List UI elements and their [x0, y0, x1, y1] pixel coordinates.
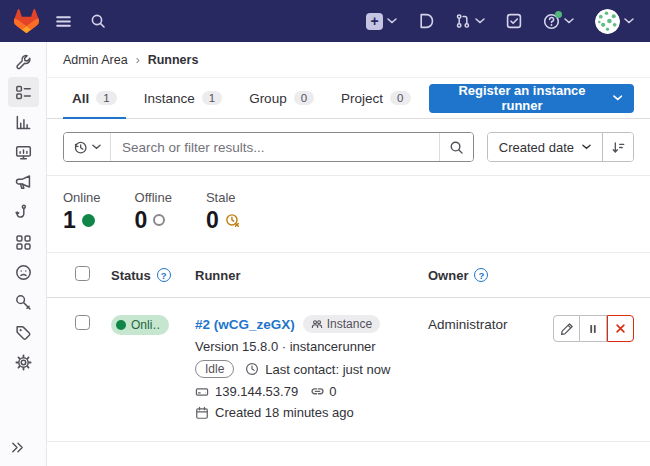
tab-group-count: 0	[294, 91, 314, 105]
history-icon	[73, 140, 88, 155]
runner-ip-line: 139.144.53.79 0	[195, 384, 428, 399]
analytics-icon	[15, 114, 32, 131]
search-history-button[interactable]	[64, 133, 111, 161]
sort-by-dropdown[interactable]: Created date	[488, 133, 603, 161]
close-icon	[614, 322, 627, 335]
merge-requests-button[interactable]	[453, 11, 487, 31]
sort-direction-button[interactable]	[603, 133, 633, 161]
runner-actions	[553, 315, 634, 342]
megaphone-icon	[15, 174, 32, 191]
select-all-checkbox[interactable]	[75, 266, 90, 281]
edit-runner-button[interactable]	[553, 315, 580, 342]
filter-row: Created date	[47, 119, 650, 175]
runner-jobs-group: 0	[310, 384, 336, 399]
key-icon	[15, 294, 32, 311]
runner-tabs-row: All 1 Instance 1 Group 0 Project 0 Regis…	[47, 78, 650, 119]
notification-dot	[555, 11, 562, 18]
runner-ip-address: 139.144.53.79	[215, 384, 298, 399]
chevron-down-icon	[564, 18, 574, 24]
search-input[interactable]	[111, 133, 439, 161]
pencil-icon	[560, 322, 574, 336]
runner-state-line: Idle Last contact: just now	[195, 360, 428, 378]
wrench-icon	[15, 54, 32, 71]
register-button-label: Register an instance runner	[441, 83, 604, 113]
stat-online-label: Online	[63, 190, 101, 205]
runner-jobs-count: 0	[329, 384, 336, 399]
online-status-icon	[82, 214, 95, 227]
runners-table-header: Status ? Runner Owner ?	[47, 253, 650, 298]
offline-status-icon	[153, 214, 165, 226]
double-chevron-right-icon	[10, 440, 25, 455]
abuse-face-icon	[15, 264, 32, 281]
hook-icon	[15, 204, 32, 221]
calendar-icon	[195, 406, 209, 420]
gear-icon	[15, 354, 32, 371]
stat-offline-label: Offline	[135, 190, 172, 205]
tab-group-label: Group	[249, 91, 287, 106]
breadcrumb: Admin Area › Runners	[47, 42, 650, 78]
user-avatar-button[interactable]	[593, 7, 636, 36]
sidebar-item-abuse-reports[interactable]	[8, 257, 39, 287]
gitlab-tanuki-icon	[14, 9, 39, 33]
label-tag-icon	[15, 324, 32, 341]
runner-type-label: Instance	[327, 317, 372, 331]
stat-stale-value: 0	[206, 207, 219, 233]
tab-project[interactable]: Project 0	[332, 78, 419, 118]
link-icon	[310, 384, 325, 399]
help-menu-button[interactable]	[541, 11, 576, 32]
todos-icon	[506, 13, 522, 29]
search-submit-button[interactable]	[439, 133, 473, 161]
runner-owner-link[interactable]: Administrator	[428, 317, 508, 332]
sidebar-item-admin[interactable]	[8, 47, 39, 77]
todos-button[interactable]	[504, 11, 524, 31]
runner-status-stats: Online 1 Offline 0 Stale 0	[47, 176, 650, 252]
hamburger-menu-button[interactable]	[53, 11, 74, 32]
tab-all-count: 1	[96, 91, 116, 105]
stat-stale-label: Stale	[206, 190, 240, 205]
main-content: Admin Area › Runners All 1 Instance 1 Gr…	[47, 42, 650, 466]
owner-help-icon[interactable]: ?	[474, 268, 488, 282]
runner-status-badge: Onli…	[111, 315, 169, 335]
issues-button[interactable]	[416, 11, 436, 31]
sidebar-item-labels[interactable]	[8, 317, 39, 347]
sidebar-item-messages[interactable]	[8, 167, 39, 197]
stat-offline-value: 0	[135, 207, 148, 233]
runner-column-header: Runner	[195, 268, 241, 283]
pause-runner-button[interactable]	[580, 315, 607, 342]
sidebar-item-monitoring[interactable]	[8, 137, 39, 167]
sidebar-item-settings[interactable]	[8, 347, 39, 377]
breadcrumb-admin-area[interactable]: Admin Area	[63, 53, 128, 67]
search-button[interactable]	[88, 11, 108, 31]
owner-column-header: Owner	[428, 268, 468, 283]
stat-offline: Offline 0	[135, 190, 172, 233]
sort-control: Created date	[487, 132, 634, 162]
runner-name-link[interactable]: #2 (wCG_zeGX)	[195, 317, 295, 332]
sidebar-item-applications[interactable]	[8, 227, 39, 257]
delete-runner-button[interactable]	[607, 315, 634, 342]
people-icon	[311, 318, 323, 330]
host-disk-icon	[195, 385, 209, 399]
sidebar-item-deploy-keys[interactable]	[8, 287, 39, 317]
tab-instance[interactable]: Instance 1	[135, 78, 231, 118]
tab-all[interactable]: All 1	[63, 78, 126, 118]
sidebar-item-overview[interactable]	[8, 77, 39, 107]
sidebar-collapse-button[interactable]	[0, 428, 46, 466]
runner-row: Onli… #2 (wCG_zeGX) Instance Version 15.…	[47, 298, 650, 442]
stat-stale: Stale 0	[206, 190, 240, 233]
sort-descending-icon	[611, 140, 626, 155]
breadcrumb-current-page: Runners	[148, 53, 199, 67]
sidebar-item-system-hooks[interactable]	[8, 197, 39, 227]
gitlab-logo[interactable]	[14, 9, 39, 33]
sidebar-item-analytics[interactable]	[8, 107, 39, 137]
runner-last-contact: Last contact: just now	[265, 362, 390, 377]
hamburger-icon	[55, 13, 72, 30]
plus-icon: +	[366, 13, 383, 30]
select-runner-checkbox[interactable]	[75, 315, 90, 330]
sort-by-label: Created date	[499, 140, 574, 155]
status-help-icon[interactable]: ?	[157, 268, 171, 282]
register-instance-runner-button[interactable]: Register an instance runner	[429, 84, 635, 113]
tab-group[interactable]: Group 0	[240, 78, 323, 118]
stale-clock-icon	[225, 213, 240, 228]
new-menu-button[interactable]: +	[364, 11, 399, 32]
runner-tabs: All 1 Instance 1 Group 0 Project 0	[63, 78, 429, 118]
